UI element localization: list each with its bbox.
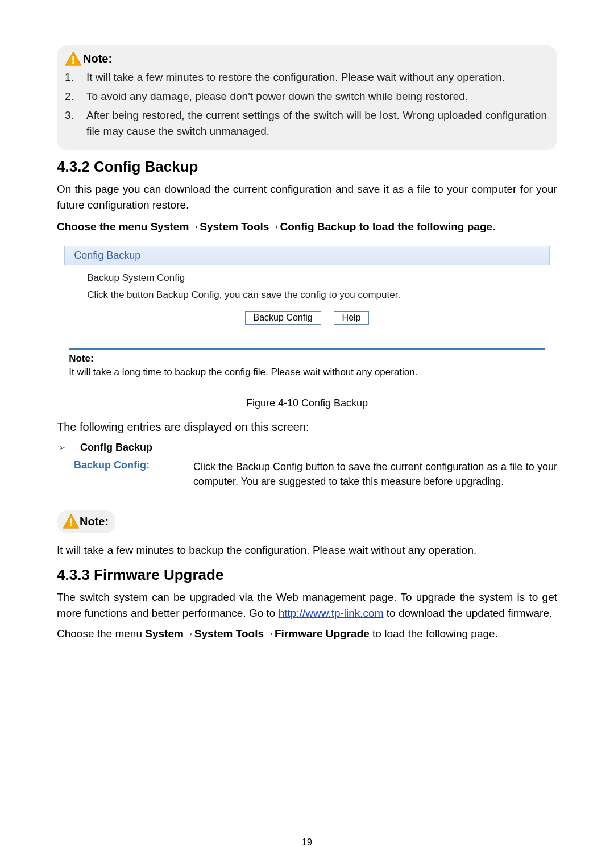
panel-note-label: Note: [69,353,545,364]
text-fragment: to load the following page. [370,628,498,639]
note-label: Note: [83,52,112,65]
backup-note-text: It will take a few minutes to backup the… [57,542,557,558]
definition-term: Backup Config: [74,459,176,489]
definition-description: Click the Backup Config button to save t… [193,459,557,489]
document-page: Note: It will take a few minutes to rest… [0,0,614,868]
list-item: It will take a few minutes to restore th… [65,69,547,85]
help-button[interactable]: Help [334,311,370,325]
figure-caption: Figure 4-10 Config Backup [57,397,557,409]
restore-notes-list: It will take a few minutes to restore th… [65,69,547,139]
note-header: Note: [65,51,547,66]
button-row: Backup Config Help [87,311,527,325]
panel-description: Click the button Backup Config, you can … [87,289,527,301]
firmware-menu-path: Choose the menu System→System Tools→Firm… [57,628,557,640]
firmware-intro: The switch system can be upgraded via th… [57,589,557,621]
panel-body: Backup System Config Click the button Ba… [64,265,550,334]
page-number: 19 [0,837,614,848]
bullet-icon: ➢ [59,443,65,452]
warning-icon [65,51,82,66]
panel-title: Config Backup [64,246,550,265]
text-fragment: Choose the menu [57,628,145,639]
definition-row: Backup Config: Click the Backup Config b… [74,459,557,489]
config-backup-panel: Config Backup Backup System Config Click… [64,246,550,378]
entries-intro: The following entries are displayed on t… [57,421,557,434]
text-fragment: to download the updated firmware. [384,607,553,619]
list-item: After being restored, the current settin… [65,107,547,139]
section-heading-config-backup: 4.3.2 Config Backup [57,158,557,176]
bullet-label: Config Backup [80,442,152,454]
list-item: To avoid any damage, please don't power … [65,89,547,105]
warning-icon [63,514,80,529]
note-label: Note: [80,515,109,528]
svg-rect-5 [70,525,72,526]
svg-rect-4 [70,519,72,524]
svg-rect-2 [72,62,74,64]
panel-note-text: It will take a long time to backup the c… [69,367,545,378]
note-box-restore: Note: It will take a few minutes to rest… [57,45,557,150]
section-heading-firmware-upgrade: 4.3.3 Firmware Upgrade [57,566,557,584]
backup-config-button[interactable]: Backup Config [245,311,321,325]
note-box-backup: Note: [57,510,115,533]
menu-path-bold: System→System Tools→Firmware Upgrade [145,628,370,639]
panel-subtitle: Backup System Config [87,272,527,284]
bullet-config-backup: ➢ Config Backup [59,442,557,454]
section-intro: On this page you can download the curren… [57,181,557,213]
svg-rect-1 [72,56,74,60]
tplink-link[interactable]: http://www.tp-link.com [279,607,384,619]
panel-divider [69,348,545,350]
menu-path-instruction: Choose the menu System→System Tools→Conf… [57,221,557,233]
